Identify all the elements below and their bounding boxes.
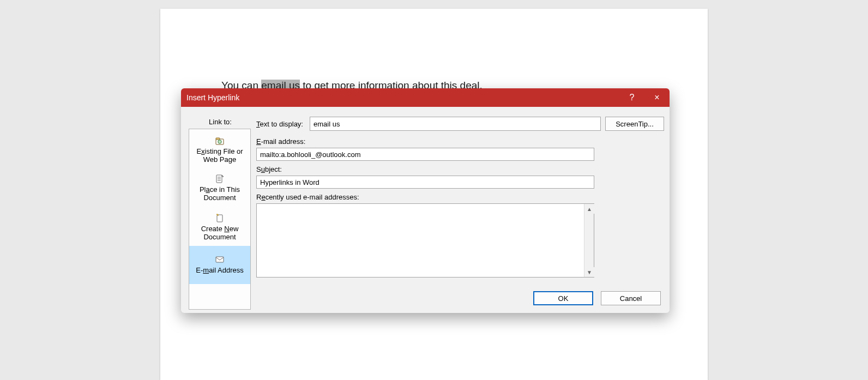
dialog-title: Insert Hyperlink: [186, 93, 239, 102]
place-in-document-icon: [215, 174, 225, 184]
dialog-body: Link to: Existing File or Web Page Place…: [183, 107, 667, 311]
link-to-label: Link to:: [188, 118, 253, 126]
linkto-email-address[interactable]: E-mail Address: [189, 246, 250, 284]
linkto-existing-file[interactable]: Existing File or Web Page: [189, 129, 250, 167]
email-address-icon: [215, 255, 225, 264]
scroll-up-arrow-icon[interactable]: ▲: [584, 204, 594, 214]
recently-used-listbox[interactable]: ▲ ▼: [256, 203, 594, 278]
svg-point-2: [218, 140, 221, 143]
ok-button[interactable]: OK: [533, 291, 593, 305]
linkto-email-label: E-mail Address: [196, 266, 243, 274]
linkto-place-label: Place in This Document: [200, 185, 240, 202]
svg-rect-1: [216, 138, 220, 140]
help-button[interactable]: ?: [619, 88, 644, 107]
hyperlink-form: Text to display: ScreenTip... E-mail add…: [256, 117, 664, 309]
scroll-down-arrow-icon[interactable]: ▼: [584, 267, 594, 277]
subject-label: Subject:: [256, 165, 664, 173]
email-address-label: E-mail address:: [256, 137, 664, 146]
recent-scrollbar[interactable]: ▲ ▼: [584, 204, 594, 277]
dialog-titlebar[interactable]: Insert Hyperlink ? ×: [181, 88, 670, 107]
linkto-existing-label: Existing File or Web Page: [196, 147, 243, 164]
help-icon: ?: [630, 93, 635, 102]
linkto-newdoc-label: Create New Document: [201, 225, 239, 241]
cancel-button[interactable]: Cancel: [601, 291, 661, 305]
insert-hyperlink-dialog: Insert Hyperlink ? × Link to: Existing F…: [181, 88, 670, 313]
linkto-place-in-document[interactable]: Place in This Document: [189, 167, 250, 207]
recently-used-label: Recently used e-mail addresses:: [256, 193, 664, 201]
text-to-display-row: Text to display: ScreenTip...: [256, 117, 664, 131]
close-button[interactable]: ×: [644, 88, 670, 107]
screentip-button[interactable]: ScreenTip...: [605, 117, 664, 131]
linkto-create-new-document[interactable]: Create New Document: [189, 207, 250, 246]
link-to-panel: Existing File or Web Page Place in This …: [189, 129, 251, 310]
text-to-display-input[interactable]: [310, 117, 601, 131]
text-to-display-label: Text to display:: [256, 120, 305, 128]
svg-rect-8: [216, 257, 224, 262]
close-icon: ×: [654, 93, 659, 102]
email-address-input[interactable]: [256, 148, 594, 161]
create-new-document-icon: [215, 213, 225, 223]
subject-input[interactable]: [256, 176, 594, 189]
existing-file-icon: [215, 136, 225, 146]
dialog-button-row: OK Cancel: [533, 291, 661, 305]
